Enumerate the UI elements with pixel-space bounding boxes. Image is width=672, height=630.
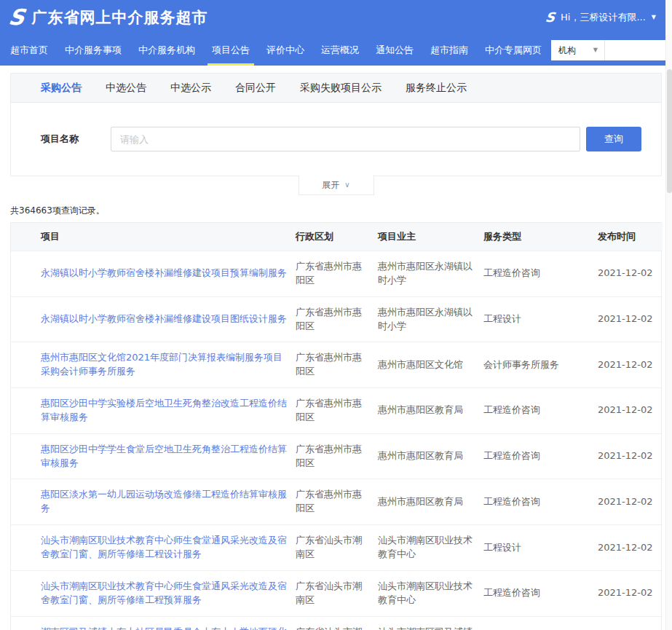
- tab-selection-publicity[interactable]: 中选公示: [170, 82, 211, 95]
- cell-type: 工程设计: [483, 296, 598, 342]
- tab-service-termination[interactable]: 服务终止公示: [406, 82, 467, 95]
- col-header-type: 服务类型: [483, 223, 598, 251]
- tab-failed-procurement[interactable]: 采购失败项目公示: [300, 82, 382, 95]
- search-category-value: 机构: [558, 44, 576, 57]
- cell-owner: 惠州市惠阳区教育局: [378, 433, 483, 479]
- cell-owner: 惠州市惠阳区永湖镇以时小学: [378, 296, 483, 342]
- user-menu[interactable]: S Hi，三桥设计有限... ▼: [545, 11, 656, 24]
- cell-type: 会计师事务所服务: [483, 342, 598, 388]
- cell-date: 2021-12-02: [598, 251, 663, 297]
- table-row: 惠阳区沙田中学实验楼后空地卫生死角整治改造工程造价结算审核服务 广东省惠州市惠阳…: [11, 388, 663, 434]
- results-table: 项目 行政区划 项目业主 服务类型 发布时间 永湖镇以时小学教师宿舍楼补漏维修建…: [11, 223, 663, 630]
- cell-owner: 汕头市潮南区职业技术教育中心: [378, 525, 483, 571]
- cell-type: 工程造价咨询: [483, 479, 598, 525]
- project-link[interactable]: 潮南区司马浦镇大布上社区居民委员会大布上小学地面硬化及排水系统建设项目预算服务: [41, 626, 287, 630]
- cell-type: 工程造价咨询: [483, 616, 598, 630]
- cell-region: 广东省惠州市惠阳区: [296, 388, 378, 434]
- project-link[interactable]: 永湖镇以时小学教师宿舍楼补漏维修建设项目图纸设计服务: [41, 313, 287, 324]
- cell-date: 2021-12-02: [598, 570, 663, 616]
- site-brand[interactable]: S 广东省网上中介服务超市: [9, 7, 208, 28]
- cell-region: 广东省汕头市潮南区: [296, 570, 378, 616]
- announcement-tabs: 采购公告 中选公告 中选公示 合同公开 采购失败项目公示 服务终止公示: [11, 74, 661, 103]
- cell-owner: 惠州市惠阳区教育局: [378, 388, 483, 434]
- cell-region: 广东省惠州市惠阳区: [296, 433, 378, 479]
- search-input[interactable]: [605, 40, 672, 60]
- query-button[interactable]: 查询: [586, 127, 641, 151]
- nav-item-home[interactable]: 超市首页: [3, 35, 55, 66]
- cell-owner: 惠州市惠阳区永湖镇以时小学: [378, 251, 483, 297]
- filter-card: 采购公告 中选公告 中选公示 合同公开 采购失败项目公示 服务终止公示 项目名称…: [10, 73, 662, 176]
- table-row: 永湖镇以时小学教师宿舍楼补漏维修建设项目图纸设计服务 广东省惠州市惠阳区 惠州市…: [11, 296, 663, 342]
- result-count: 共364663项查询记录。: [10, 205, 662, 217]
- cell-date: 2021-12-02: [598, 433, 663, 479]
- cell-owner: 惠州市惠阳区教育局: [378, 479, 483, 525]
- expand-wrap: 展开 ∨: [10, 176, 662, 195]
- table-row: 惠阳区淡水第一幼儿园运动场改造修缮工程造价结算审核服务 广东省惠州市惠阳区 惠州…: [11, 479, 663, 525]
- cell-region: 广东省惠州市惠阳区: [296, 251, 378, 297]
- cell-type: 工程造价咨询: [483, 251, 598, 297]
- cell-type: 工程造价咨询: [483, 433, 598, 479]
- cell-owner: 汕头市潮南区司马浦镇大布上居民委员会: [378, 616, 483, 630]
- project-name-label: 项目名称: [41, 133, 82, 146]
- cell-region: 广东省惠州市惠阳区: [296, 479, 378, 525]
- col-header-owner: 项目业主: [378, 223, 483, 251]
- project-link[interactable]: 惠州市惠阳区文化馆2021年度部门决算报表编制服务项目采购会计师事务所服务: [41, 352, 282, 377]
- nav-item-operation-overview[interactable]: 运营概况: [314, 35, 366, 66]
- select-caret-down-icon: ▼: [593, 47, 598, 53]
- cell-type: 工程造价咨询: [483, 388, 598, 434]
- scrollbar-thumb[interactable]: [667, 69, 672, 193]
- project-link[interactable]: 汕头市潮南区职业技术教育中心师生食堂通风采光改造及宿舍教室门窗、厕所等修缮工程预…: [41, 580, 287, 605]
- scrollbar-track[interactable]: [665, 0, 672, 630]
- nav-item-service-matters[interactable]: 中介服务事项: [58, 35, 129, 66]
- table-row: 惠阳区沙田中学学生食堂后空地卫生死角整治工程造价结算审核服务 广东省惠州市惠阳区…: [11, 433, 663, 479]
- cell-date: 2021-12-02: [598, 296, 663, 342]
- nav-item-evaluation-center[interactable]: 评价中心: [259, 35, 312, 66]
- search-category-select[interactable]: 机构 ▼: [551, 40, 605, 60]
- project-link[interactable]: 汕头市潮南区职业技术教育中心师生食堂通风采光改造及宿舍教室门窗、厕所等修缮工程设…: [41, 535, 287, 559]
- cell-type: 工程造价咨询: [483, 570, 598, 616]
- table-row: 汕头市潮南区职业技术教育中心师生食堂通风采光改造及宿舍教室门窗、厕所等修缮工程设…: [11, 525, 663, 571]
- top-header: S 广东省网上中介服务超市 S Hi，三桥设计有限... ▼: [0, 0, 672, 35]
- nav-item-service-agencies[interactable]: 中介服务机构: [131, 35, 202, 66]
- col-header-project: 项目: [11, 223, 296, 251]
- expand-caret-down-icon: ∨: [344, 181, 349, 189]
- tab-purchase-announcement[interactable]: 采购公告: [41, 82, 82, 95]
- project-link[interactable]: 惠阳区沙田中学实验楼后空地卫生死角整治改造工程造价结算审核服务: [41, 398, 287, 422]
- cell-region: 广东省惠州市惠阳区: [296, 296, 378, 342]
- cell-region: 广东省惠州市惠阳区: [296, 342, 378, 388]
- table-row: 潮南区司马浦镇大布上社区居民委员会大布上小学地面硬化及排水系统建设项目预算服务 …: [11, 616, 663, 630]
- results-card: 项目 行政区划 项目业主 服务类型 发布时间 永湖镇以时小学教师宿舍楼补漏维修建…: [10, 222, 662, 630]
- cell-owner: 惠州市惠阳区文化馆: [378, 342, 483, 388]
- cell-date: 2021-12-02: [598, 388, 663, 434]
- cell-type: 工程设计: [483, 525, 598, 571]
- site-title: 广东省网上中介服务超市: [32, 7, 208, 28]
- expand-label: 展开: [322, 179, 339, 192]
- cell-region: 广东省汕头市潮南区: [296, 616, 378, 630]
- project-link[interactable]: 永湖镇以时小学教师宿舍楼补漏维修建设项目预算编制服务: [41, 267, 287, 278]
- table-row: 汕头市潮南区职业技术教育中心师生食堂通风采光改造及宿舍教室门窗、厕所等修缮工程预…: [11, 570, 663, 616]
- tab-selection-announcement[interactable]: 中选公告: [106, 82, 146, 95]
- project-link[interactable]: 惠阳区淡水第一幼儿园运动场改造修缮工程造价结算审核服务: [41, 489, 287, 513]
- nav-item-notices[interactable]: 通知公告: [368, 35, 421, 66]
- user-logo-icon: S: [545, 11, 556, 24]
- cell-date: 2021-12-02: [598, 525, 663, 571]
- cell-region: 广东省汕头市潮南区: [296, 525, 378, 571]
- table-header-row: 项目 行政区划 项目业主 服务类型 发布时间: [11, 223, 663, 251]
- col-header-date: 发布时间: [598, 223, 663, 251]
- nav-item-project-announcements[interactable]: 项目公告: [205, 35, 257, 66]
- main-nav: 超市首页 中介服务事项 中介服务机构 项目公告 评价中心 运营概况 通知公告 超…: [0, 35, 672, 66]
- search-form: 项目名称 查询: [11, 103, 661, 176]
- user-caret-down-icon: ▼: [652, 15, 656, 20]
- tab-contract-disclosure[interactable]: 合同公开: [235, 82, 276, 95]
- project-link[interactable]: 惠阳区沙田中学学生食堂后空地卫生死角整治工程造价结算审核服务: [41, 444, 287, 468]
- main-content: 采购公告 中选公告 中选公示 合同公开 采购失败项目公示 服务终止公示 项目名称…: [10, 73, 662, 630]
- nav-item-guide[interactable]: 超市指南: [423, 35, 475, 66]
- expand-button[interactable]: 展开 ∨: [299, 176, 374, 195]
- user-greeting: Hi，三桥设计有限...: [561, 11, 646, 24]
- col-header-region: 行政区划: [296, 223, 378, 251]
- cell-date: 2021-12-02: [598, 479, 663, 525]
- nav-item-agency-webpage[interactable]: 中介专属网页: [478, 35, 549, 66]
- site-logo-icon: S: [7, 7, 26, 28]
- project-name-input[interactable]: [111, 127, 580, 151]
- cell-date: 2021-12-02: [598, 616, 663, 630]
